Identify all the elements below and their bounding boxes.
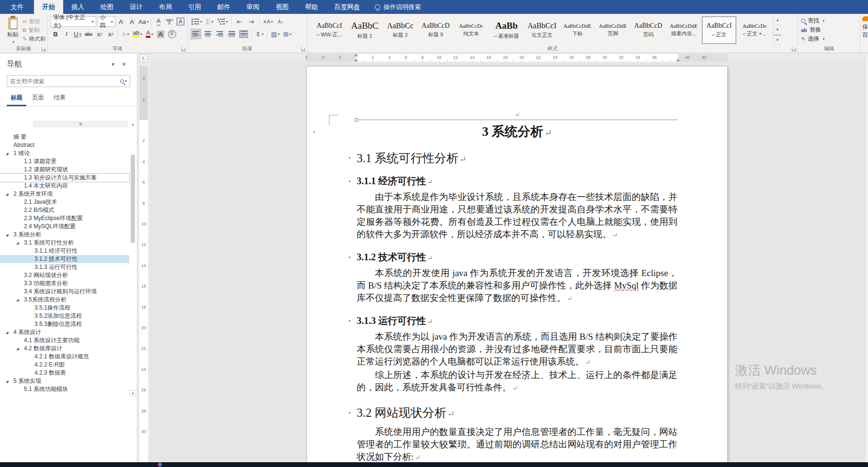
outline-item[interactable]: 4.2.3 数据表: [0, 369, 129, 377]
tab-视图[interactable]: 视图: [268, 0, 297, 14]
style-item-WW-正...[interactable]: AaBbCcI↵WW-正...: [312, 16, 347, 44]
replace-button[interactable]: ab替换: [801, 25, 858, 34]
outline-item[interactable]: 3.1.2 技术可行性: [0, 255, 129, 263]
style-item-正文 +...[interactable]: AaBbCcDc↵正文 +...: [737, 16, 772, 44]
nav-tab-标题[interactable]: 标题: [7, 92, 26, 106]
collapse-triangle-icon[interactable]: ◢: [6, 231, 8, 239]
underline-button[interactable]: U▾: [73, 29, 82, 39]
tab-开始[interactable]: 开始: [34, 0, 63, 14]
style-item-标题 2[interactable]: AaBbCc标题 2: [383, 16, 417, 44]
style-item-标题 1[interactable]: AaBbC标题 1: [348, 16, 382, 44]
collapse-triangle-icon[interactable]: ◢: [6, 328, 8, 336]
outline-item[interactable]: 1.2 课题研究现状: [0, 166, 129, 174]
nav-search-dropdown-icon[interactable]: ▾: [125, 79, 127, 83]
clear-formatting-button[interactable]: A: [154, 16, 163, 27]
tell-me-search[interactable]: 操作说明搜索: [368, 0, 428, 14]
outline-item[interactable]: 4.1 系统设计主要功能: [0, 336, 129, 345]
outline-item[interactable]: 3.3 功能需求分析: [0, 279, 129, 288]
style-item-纯文本[interactable]: AaBbCcDc纯文本: [454, 16, 488, 44]
find-button[interactable]: 查找▾: [801, 16, 858, 25]
clipboard-dialog-launcher[interactable]: [42, 47, 46, 51]
outline-item[interactable]: ◢2 系统开发环境: [0, 190, 129, 198]
outline-item[interactable]: 2.2 B/S模式: [0, 206, 129, 214]
align-center-button[interactable]: [203, 29, 213, 39]
multilevel-list-button[interactable]: ▾: [216, 16, 229, 27]
outline-item[interactable]: 5.1 系统功能模块: [0, 385, 129, 393]
style-item-标题 9[interactable]: AaBbCcD标题 9: [418, 16, 453, 44]
outline-item[interactable]: 2.4 MySQL环境配置: [0, 222, 129, 231]
strikethrough-button[interactable]: abc: [84, 29, 93, 39]
horizontal-ruler[interactable]: 642246810121416182022242628303234364042: [150, 54, 868, 62]
character-border-button[interactable]: A: [176, 16, 185, 27]
font-dialog-launcher[interactable]: [181, 47, 186, 51]
outline-item[interactable]: 3.5.1操作流程: [0, 304, 129, 312]
phonetic-guide-button[interactable]: wén文: [165, 16, 174, 27]
align-left-button[interactable]: [191, 29, 201, 39]
outline-item[interactable]: 3.5.3删除信息流程: [0, 320, 129, 328]
nav-jump-to-top-bar[interactable]: ▲: [34, 121, 127, 127]
distributed-button[interactable]: [238, 29, 249, 39]
italic-button[interactable]: I: [62, 29, 71, 39]
scroll-down-arrow-icon[interactable]: ▼: [130, 390, 136, 396]
outline-item[interactable]: 3.4 系统设计规则与运行环境: [0, 288, 129, 296]
document-page[interactable]: ↵ ▪3 系统分析↵▪3.1 系统可行性分析↵▪3.1.1 经济可行性↵由于本系…: [306, 66, 728, 462]
outline-item[interactable]: ◢1 绪论: [0, 149, 129, 157]
header-drag-handle[interactable]: [355, 118, 358, 122]
borders-button[interactable]: ⊞▾: [282, 29, 293, 39]
nav-search-icon[interactable]: [120, 79, 124, 83]
asian-layout-button[interactable]: ✳A▾: [262, 16, 274, 27]
collapse-triangle-icon[interactable]: ◢: [16, 345, 19, 353]
outline-item[interactable]: ◢4.2 数据库设计: [0, 345, 129, 353]
vertical-ruler[interactable]: L 4224681012141618202224262830: [137, 54, 150, 462]
collapse-triangle-icon[interactable]: ◢: [6, 149, 8, 157]
nav-search-input[interactable]: [10, 78, 120, 85]
subscript-button[interactable]: x2: [95, 29, 104, 39]
hanging-indent-marker[interactable]: [354, 57, 358, 61]
tab-百度网盘[interactable]: 百度网盘: [326, 0, 368, 14]
right-indent-marker[interactable]: [676, 57, 680, 61]
increase-indent-button[interactable]: ⇥: [246, 16, 257, 27]
tab-邮件[interactable]: 邮件: [209, 0, 238, 14]
tab-selector-box[interactable]: L: [139, 54, 148, 62]
outline-item[interactable]: 摘 要: [0, 133, 129, 141]
tab-引用[interactable]: 引用: [180, 0, 209, 14]
text-effects-button[interactable]: A▾: [121, 29, 130, 39]
style-item-页码[interactable]: AaBbCcD页码: [631, 16, 665, 44]
highlight-color-button[interactable]: ab▾: [132, 29, 143, 39]
paste-button[interactable]: 粘贴 ▾: [3, 15, 23, 45]
outline-item[interactable]: 4.2.2 E-R图: [0, 361, 129, 369]
format-painter-button[interactable]: ✎格式刷: [23, 35, 45, 43]
line-spacing-button[interactable]: ⇕▾: [254, 29, 265, 39]
taskbar-app-icon[interactable]: [158, 463, 162, 467]
change-case-button[interactable]: Aa▾: [139, 16, 149, 27]
outline-item[interactable]: 1.4 本文研究内容: [0, 182, 129, 190]
outline-item[interactable]: 3.2 网站现状分析: [0, 271, 129, 279]
tab-插入[interactable]: 插入: [63, 0, 92, 14]
style-scroll-up-button[interactable]: ▲: [774, 15, 781, 25]
style-item-正文[interactable]: AaBbCcI↵正文: [702, 16, 736, 44]
document-scrollbar[interactable]: [865, 54, 868, 462]
outline-item[interactable]: ◢4 系统设计: [0, 328, 129, 336]
shrink-font-button[interactable]: Aˇ: [128, 16, 137, 27]
style-item-摘要内容...[interactable]: AaBbCcDdE摘要内容...: [666, 16, 701, 44]
outline-item[interactable]: ◢3 系统分析: [0, 231, 129, 239]
numbering-button[interactable]: 1⃓2⃓▾: [204, 16, 215, 27]
outline-item[interactable]: 2.3 MyEclipse环境配置: [0, 214, 129, 222]
font-name-combo[interactable]: 宋体 (中文正文)▾: [51, 16, 96, 27]
outline-item[interactable]: 1.1 课题背景: [0, 157, 129, 166]
windows-taskbar[interactable]: [0, 462, 868, 467]
align-right-button[interactable]: [214, 29, 225, 39]
sort-button[interactable]: A↓: [275, 16, 286, 27]
style-item-页脚[interactable]: AaBbCcDdE页脚: [596, 16, 630, 44]
outline-item[interactable]: 2.1 Java技术: [0, 198, 129, 206]
tab-审阅[interactable]: 审阅: [238, 0, 268, 14]
bold-button[interactable]: B: [51, 29, 60, 39]
collapse-triangle-icon[interactable]: ◢: [6, 377, 8, 385]
outline-item[interactable]: ◢5 系统实现: [0, 377, 129, 385]
outline-item[interactable]: Abstract: [0, 141, 129, 149]
styles-dialog-launcher[interactable]: [792, 47, 796, 51]
save-to-baidu-button[interactable]: 保存到 百度网盘: [860, 14, 868, 53]
tab-绘图[interactable]: 绘图: [92, 0, 122, 14]
collapse-triangle-icon[interactable]: ◢: [16, 239, 19, 247]
tab-帮助[interactable]: 帮助: [297, 0, 326, 14]
